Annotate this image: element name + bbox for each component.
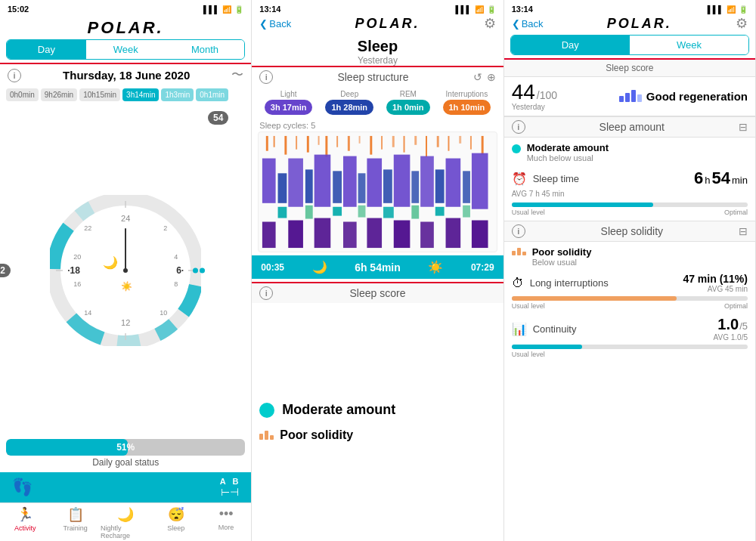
svg-rect-37 xyxy=(289,159,304,207)
interruptions-icon: ⏱ xyxy=(512,277,524,290)
nav-activity[interactable]: 🏃 Activity xyxy=(0,506,50,539)
chart-icon[interactable]: 〜 xyxy=(231,67,243,83)
amount-bar-labels: Usual level Optimal xyxy=(512,207,748,216)
filter-icon-p3-1[interactable]: ⊟ xyxy=(739,121,748,133)
nav-training[interactable]: 📋 Training xyxy=(50,506,100,539)
rem-label: REM xyxy=(400,90,417,98)
tab-month-1[interactable]: Month xyxy=(166,40,245,59)
light-value: 3h 17min xyxy=(265,100,313,115)
svg-rect-54 xyxy=(383,207,394,218)
svg-rect-16 xyxy=(285,136,287,155)
nav-header-2: ❮ Back POLAR. ⚙ xyxy=(252,15,503,35)
status-bar-3: 13:14 ▌▌▌ 📶 🔋 xyxy=(504,0,755,15)
optimal-label-2: Optimal xyxy=(724,302,748,310)
continuity-bar-fill xyxy=(512,345,583,349)
info-icon-2[interactable]: i xyxy=(259,70,273,84)
svg-rect-64 xyxy=(367,218,383,249)
info-icon-p3-1[interactable]: i xyxy=(512,120,525,134)
polar-logo-1: POLAR. xyxy=(0,15,251,39)
tab-week-1[interactable]: Week xyxy=(86,40,166,59)
interruptions-value: 1h 10min xyxy=(443,100,491,115)
svg-rect-66 xyxy=(420,222,434,249)
svg-rect-55 xyxy=(435,207,445,216)
sleep-start: 00:35 xyxy=(261,262,284,273)
svg-rect-35 xyxy=(262,159,276,203)
panel-activity: 15:02 ▌▌▌ 📶 🔋 POLAR. Day Week Month i Th… xyxy=(0,0,252,541)
sleep-end: 07:29 xyxy=(471,262,494,273)
amount-label-block: Moderate amount Much below usual xyxy=(527,142,748,162)
deep-label: Deep xyxy=(340,90,358,98)
info-icon-p3-2[interactable]: i xyxy=(512,224,525,238)
tab-day-1[interactable]: Day xyxy=(7,40,86,59)
battery-icon-2: 🔋 xyxy=(487,5,496,14)
svg-rect-38 xyxy=(305,169,313,202)
svg-rect-33 xyxy=(470,136,472,150)
sleep-time-value-block: 6 h 54 min xyxy=(694,168,748,188)
time-1: 15:02 xyxy=(8,5,29,14)
sleep-score-section-header: Sleep score xyxy=(504,60,755,77)
tab-week-3[interactable]: Week xyxy=(630,36,748,54)
gear-icon-2[interactable]: ⚙ xyxy=(484,15,496,32)
filter-icon-2[interactable]: ⊕ xyxy=(487,71,496,83)
continuity-unit: /5 xyxy=(739,320,748,332)
time-pill-3[interactable]: 3h14min xyxy=(122,88,159,101)
refresh-icon-2[interactable]: ↺ xyxy=(473,71,482,83)
interruptions-bar-labels: Usual level Optimal xyxy=(512,301,748,310)
back-label-2: Back xyxy=(269,18,291,29)
status-bar-1: 15:02 ▌▌▌ 📶 🔋 xyxy=(0,0,251,15)
sleep-solidity-title: Sleep solidity xyxy=(525,225,739,237)
time-pill-4[interactable]: 1h3min xyxy=(161,88,194,101)
sleep-structure-header: i Sleep structure ↺ ⊕ xyxy=(252,67,503,87)
back-button-3[interactable]: ❮ Back xyxy=(512,18,544,29)
more-nav-icon: ••• xyxy=(219,506,234,522)
svg-rect-17 xyxy=(296,136,297,150)
nav-sleep[interactable]: 😴 Sleep xyxy=(150,506,200,539)
time-pill-2[interactable]: 10h15min xyxy=(79,88,120,101)
clock-inner: 24 12 ·18 6· 2 22 10 14 4 20 8 16 🌙 ☀️ xyxy=(63,208,188,333)
sleep-time-label: Sleep time xyxy=(533,173,688,184)
sleep-amount-title: Sleep amount xyxy=(525,121,739,133)
amount-dot xyxy=(512,144,521,153)
light-label: Light xyxy=(280,90,297,98)
info-icon-3[interactable]: i xyxy=(259,286,273,300)
time-pill-1[interactable]: 9h26min xyxy=(41,88,77,101)
back-button-2[interactable]: ❮ Back xyxy=(259,18,291,29)
nav-more[interactable]: ••• More xyxy=(201,506,251,539)
solidity-main: Poor solidity xyxy=(532,246,748,258)
interruptions-label: Long interruptions xyxy=(530,277,677,289)
svg-rect-14 xyxy=(266,136,268,151)
time-pill-0[interactable]: 0h0min xyxy=(6,88,39,101)
interruptions-value-block: 47 min (11%) AVG 45 min xyxy=(683,273,748,293)
sleep-pills: Light 3h 17min Deep 1h 28min REM 1h 0min… xyxy=(252,87,503,119)
activity-icons-bar: 👣 A B ⊢⊣ xyxy=(0,472,251,502)
usual-level-label-2: Usual level xyxy=(512,302,545,310)
cycles-label: Sleep cycles: 5 xyxy=(252,119,503,131)
svg-rect-24 xyxy=(370,136,373,155)
svg-rect-43 xyxy=(367,159,383,207)
interruptions-value: 47 min (11%) xyxy=(683,273,748,285)
progress-bar-wrap: 51% xyxy=(6,439,245,456)
sleep-chart xyxy=(258,131,497,252)
svg-rect-26 xyxy=(392,136,395,147)
time-pill-5[interactable]: 0h1min xyxy=(196,88,228,101)
tab-day-3[interactable]: Day xyxy=(511,36,630,54)
blue-dot-1 xyxy=(193,268,198,274)
svg-rect-48 xyxy=(435,169,445,202)
sleep-time-val2: 54 xyxy=(712,168,730,188)
interruptions-bar-track xyxy=(512,296,748,301)
score-value: 44 xyxy=(512,82,535,103)
walk-icon: 👣 xyxy=(12,478,33,497)
badge-54: 54 xyxy=(208,111,228,125)
svg-rect-53 xyxy=(333,207,342,216)
svg-rect-25 xyxy=(381,136,383,150)
interruptions-bar-fill xyxy=(512,296,677,301)
sleep-pill-rem: REM 1h 0min xyxy=(386,90,430,116)
svg-rect-27 xyxy=(404,136,405,153)
nav-nightly[interactable]: 🌙 Nightly Recharge xyxy=(101,506,150,539)
score-max: /100 xyxy=(537,89,557,101)
interruptions-bar-container: Usual level Optimal xyxy=(504,295,755,314)
optimal-label-1: Optimal xyxy=(724,209,748,216)
filter-icon-p3-2[interactable]: ⊟ xyxy=(739,225,748,237)
info-icon-1[interactable]: i xyxy=(8,69,21,82)
gear-icon-3[interactable]: ⚙ xyxy=(736,15,748,32)
